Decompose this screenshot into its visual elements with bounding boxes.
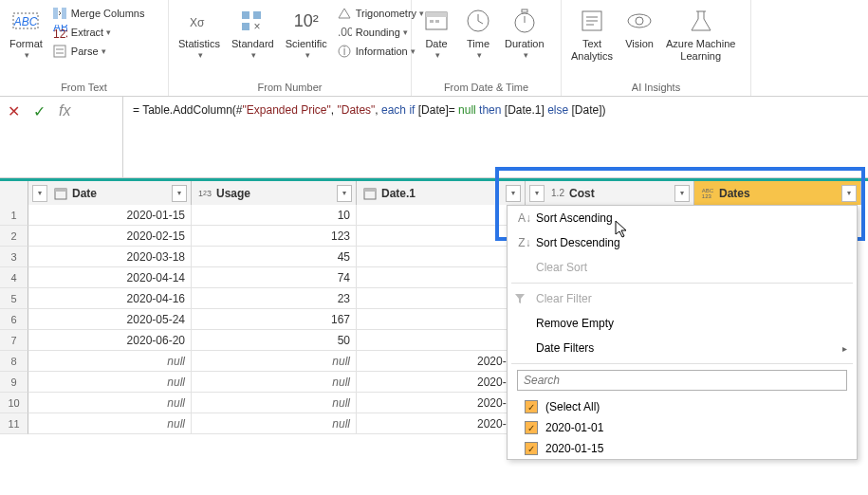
merge-columns-button[interactable]: Merge Columns [48, 4, 149, 23]
select-all-corner[interactable] [0, 181, 28, 205]
cell-usage[interactable]: 23 [192, 288, 357, 309]
filter-dropdown[interactable]: ▾ [841, 185, 857, 202]
caret-icon: ▾ [106, 28, 111, 37]
cell-usage[interactable]: null [192, 372, 357, 393]
cell-date1[interactable]: 2020-01 [357, 351, 526, 372]
cell-date1[interactable]: 2020-02 [357, 372, 526, 393]
cell-date[interactable]: 2020-02-15 [28, 226, 192, 247]
cell-usage[interactable]: 10 [192, 205, 357, 226]
cell-date[interactable]: null [28, 351, 192, 372]
cell-usage[interactable]: 74 [192, 267, 357, 288]
text-analytics-label: Text Analytics [571, 38, 613, 63]
cancel-icon[interactable]: ✕ [8, 102, 20, 120]
cell-date1[interactable]: 2020-03 [357, 393, 526, 413]
group-label-from-text: From Text [4, 80, 164, 96]
cell-date[interactable]: 2020-05-24 [28, 309, 192, 330]
sort-desc-icon: Z↓ [513, 236, 536, 249]
accept-icon[interactable]: ✓ [33, 102, 46, 120]
cell-date1[interactable]: 2020-04 [357, 413, 526, 434]
cell-date[interactable]: 2020-04-16 [28, 288, 192, 309]
cell-date[interactable]: 2020-03-18 [28, 247, 192, 267]
row-header[interactable]: 3 [0, 247, 28, 267]
cell-usage[interactable]: 123 [192, 226, 357, 247]
cell-date1[interactable] [357, 330, 526, 351]
sigma-icon: Χσ [184, 6, 214, 36]
row-header[interactable]: 5 [0, 288, 28, 309]
cell-usage[interactable]: 45 [192, 247, 357, 267]
select-all-label: (Select All) [545, 400, 600, 413]
column-header-cost[interactable]: ▾ 1.2 Cost ▾ [526, 181, 694, 205]
text-analytics-icon [577, 6, 607, 36]
calendar-icon [421, 6, 452, 36]
time-label: Time [467, 38, 489, 50]
cell-date[interactable]: null [28, 413, 192, 434]
cell-usage[interactable]: null [192, 413, 357, 434]
row-header[interactable]: 2 [0, 226, 28, 247]
text-analytics-button[interactable]: Text Analytics [565, 2, 619, 66]
cell-usage[interactable]: null [192, 393, 357, 413]
type-dropdown[interactable]: ▾ [32, 185, 47, 202]
cell-usage[interactable]: 167 [192, 309, 357, 330]
row-header[interactable]: 8 [0, 351, 28, 372]
row-header[interactable]: 1 [0, 205, 28, 226]
cell-date1[interactable] [357, 309, 526, 330]
group-label-from-datetime: From Date & Time [416, 80, 557, 96]
ribbon-group-from-datetime: Date ▾ Time ▾ Duration ▾ From Date & Tim… [412, 0, 562, 96]
format-button[interactable]: ABC Format ▾ [4, 2, 48, 64]
parse-button[interactable]: Parse ▾ [48, 42, 149, 61]
cell-date[interactable]: 2020-04-14 [28, 267, 192, 288]
date-button[interactable]: Date ▾ [416, 2, 457, 64]
cell-usage[interactable]: null [192, 351, 357, 372]
row-header[interactable]: 6 [0, 309, 28, 330]
filter-value-checkbox[interactable]: ✓ 2020-01-01 [508, 417, 857, 438]
select-all-checkbox[interactable]: ✓ (Select All) [508, 396, 857, 417]
row-header[interactable]: 10 [0, 393, 28, 413]
scientific-button[interactable]: 10² Scientific ▾ [280, 2, 333, 64]
sort-descending-item[interactable]: Z↓ Sort Descending [508, 230, 857, 255]
column-header-usage[interactable]: 123 Usage ▾ [192, 181, 357, 205]
clear-filter-item[interactable]: Clear Filter [508, 286, 857, 311]
cell-date1[interactable] [357, 267, 526, 288]
column-filter-menu: A↓ Sort Ascending Z↓ Sort Descending Cle… [507, 205, 858, 460]
row-header[interactable]: 4 [0, 267, 28, 288]
type-dropdown[interactable]: ▾ [529, 185, 545, 202]
svg-point-23 [628, 14, 651, 28]
cell-date[interactable]: null [28, 372, 192, 393]
column-header-date[interactable]: ▾ Date ▾ [28, 181, 192, 205]
caret-icon: ▾ [305, 50, 310, 60]
filter-dropdown[interactable]: ▾ [674, 185, 690, 202]
cell-date[interactable]: null [28, 393, 192, 413]
remove-empty-item[interactable]: Remove Empty [508, 311, 857, 336]
standard-button[interactable]: × Standard ▾ [226, 2, 280, 64]
fx-icon[interactable]: fx [59, 102, 70, 119]
vision-button[interactable]: Vision [619, 2, 660, 54]
filter-dropdown[interactable]: ▾ [506, 185, 521, 202]
caret-icon: ▾ [403, 28, 408, 37]
filter-search-input[interactable] [517, 370, 847, 391]
cell-date1[interactable] [357, 288, 526, 309]
filter-dropdown[interactable]: ▾ [337, 185, 352, 202]
filter-value-checkbox[interactable]: ✓ 2020-01-15 [508, 438, 857, 459]
filter-dropdown[interactable]: ▾ [172, 185, 187, 202]
row-header[interactable]: 7 [0, 330, 28, 351]
cell-usage[interactable]: 50 [192, 330, 357, 351]
row-header[interactable]: 9 [0, 372, 28, 393]
aml-button[interactable]: Azure Machine Learning [660, 2, 741, 66]
cell-date1[interactable] [357, 247, 526, 267]
formula-text[interactable]: = Table.AddColumn(#"Expanded Price", "Da… [123, 97, 868, 177]
row-header[interactable]: 11 [0, 413, 28, 434]
extract-button[interactable]: ABC123 Extract ▾ [48, 23, 149, 42]
duration-button[interactable]: Duration ▾ [499, 2, 550, 64]
cell-date1[interactable] [357, 205, 526, 226]
clear-sort-item[interactable]: Clear Sort [508, 255, 857, 280]
column-header-dates[interactable]: ABC123 Dates ▾ [694, 181, 861, 205]
svg-rect-26 [55, 189, 66, 192]
cell-date1[interactable] [357, 226, 526, 247]
statistics-button[interactable]: Χσ Statistics ▾ [173, 2, 226, 64]
cell-date[interactable]: 2020-01-15 [28, 205, 192, 226]
date-filters-item[interactable]: Date Filters ▸ [508, 336, 857, 360]
cell-date[interactable]: 2020-06-20 [28, 330, 192, 351]
sort-ascending-item[interactable]: A↓ Sort Ascending [508, 206, 857, 230]
column-header-date1[interactable]: Date.1 ▾ [357, 181, 526, 205]
time-button[interactable]: Time ▾ [457, 2, 499, 64]
